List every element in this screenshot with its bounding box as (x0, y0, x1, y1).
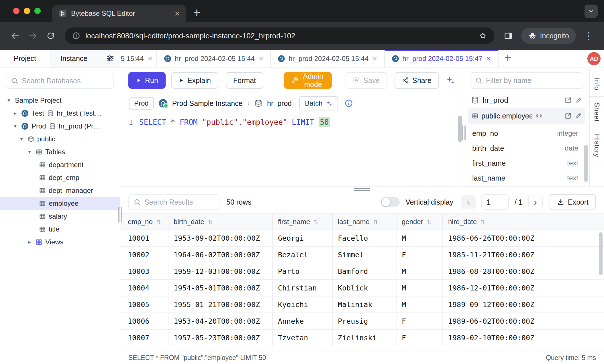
editor-tab-4[interactable]: hr_prod 2024-02-05 15:47× (385, 50, 499, 68)
new-tab-button[interactable]: + (193, 6, 201, 19)
tree-item-department[interactable]: department (0, 158, 120, 171)
toggle-knob (382, 198, 390, 206)
column-header-last_name[interactable]: last_name (333, 214, 397, 230)
new-query-tab-button[interactable]: + (504, 52, 511, 64)
run-button[interactable]: Run (128, 72, 166, 89)
external-link-icon[interactable] (564, 96, 572, 104)
panel-tab-history[interactable]: History (590, 128, 604, 164)
database-name[interactable]: hr_prod (267, 99, 292, 108)
minimize-window-button[interactable] (24, 8, 30, 14)
ai-sparkles-icon[interactable] (445, 75, 456, 86)
explain-button[interactable]: Explain (171, 72, 218, 89)
external-link-icon[interactable] (564, 112, 572, 120)
batch-button[interactable]: Batch (299, 96, 338, 110)
forward-button[interactable] (25, 28, 41, 43)
column-header-birth_date[interactable]: birth_date (168, 214, 273, 230)
column-row-emp_no[interactable]: emp_nointeger (472, 126, 582, 141)
panel-resize-handle[interactable] (462, 125, 466, 140)
database-search-input[interactable] (22, 77, 109, 85)
edit-icon[interactable] (575, 97, 582, 104)
tree-item-employee[interactable]: employee (0, 197, 120, 210)
sidebar-resize-handle[interactable] (118, 207, 122, 223)
column-header-hire_date[interactable]: hire_date (443, 214, 549, 230)
instance-name[interactable]: Prod Sample Instance (172, 99, 243, 108)
next-page-button[interactable]: › (528, 195, 543, 209)
browser-tab[interactable]: Bytebase SQL Editor × (52, 5, 186, 22)
chevron-down-icon: ▾ (12, 123, 18, 129)
tree-item-salary[interactable]: salary (0, 210, 120, 223)
panel-tab-sheet[interactable]: Sheet (590, 97, 604, 128)
results-search[interactable] (128, 194, 219, 210)
environment-badge[interactable]: Prod (129, 97, 154, 110)
close-tab-icon[interactable]: × (372, 55, 377, 63)
admin-mode-button[interactable]: Admin mode (284, 72, 332, 89)
tab-search-button[interactable] (585, 5, 598, 18)
database-search[interactable] (6, 73, 114, 89)
panel-database-row[interactable]: hr_prod (464, 92, 589, 108)
side-panel-button[interactable] (501, 28, 516, 43)
back-button[interactable] (7, 28, 23, 43)
code-icon[interactable] (535, 112, 543, 120)
table-scrollbar[interactable] (599, 232, 603, 275)
pane-splitter[interactable] (120, 186, 604, 191)
page-number-input[interactable] (487, 198, 504, 206)
tree-item-dept-emp[interactable]: dept_emp (0, 171, 120, 184)
column-header-gender[interactable]: gender (397, 214, 443, 230)
panel-database-name: hr_prod (483, 96, 508, 105)
cell-filler (549, 330, 604, 346)
sql-editor[interactable]: 1 SELECT * FROM "public"."employee" LIMI… (120, 114, 464, 186)
column-header-emp_no[interactable]: emp_no (120, 214, 168, 230)
tree-item-views[interactable]: ▸Views (0, 236, 120, 248)
splitter-handle-icon[interactable] (354, 188, 370, 191)
tree-item-test[interactable]: ▸Testhr_test (Test… (0, 107, 120, 120)
close-tab-icon[interactable]: × (148, 55, 152, 63)
tree-item-prod[interactable]: ▾Prodhr_prod (Pr… (0, 120, 120, 132)
info-icon[interactable] (344, 99, 353, 108)
bookmark-star-icon[interactable] (479, 32, 487, 40)
column-row-birth_date[interactable]: birth_datedate (472, 141, 582, 156)
panel-tab-info[interactable]: Info (590, 72, 604, 97)
table-icon (39, 161, 46, 168)
cell-filler (549, 230, 604, 246)
filter-box[interactable] (470, 72, 583, 89)
reload-button[interactable] (43, 28, 58, 43)
format-button[interactable]: Format (226, 72, 263, 89)
edit-icon[interactable] (575, 112, 582, 119)
vertical-display-toggle[interactable] (381, 197, 400, 207)
results-search-input[interactable] (144, 198, 214, 206)
tree-item-public[interactable]: ▾public (0, 132, 120, 145)
share-button[interactable]: Share (395, 72, 439, 89)
instance-status (158, 99, 168, 108)
editor-tab-2[interactable]: hr_prod 2024-02-05 15:44× (157, 50, 271, 68)
close-tab-icon[interactable]: × (174, 9, 180, 18)
close-tab-icon[interactable]: × (486, 55, 491, 63)
connection-breadcrumb: Prod Prod Sample Instance › hr_prod Batc… (120, 93, 464, 114)
url-bar[interactable]: localhost:8080/sql-editor/prod-sample-in… (65, 27, 494, 44)
zoom-window-button[interactable] (34, 8, 41, 14)
avatar[interactable]: AD (587, 52, 601, 65)
panel-table-row[interactable]: public.employee (468, 108, 585, 124)
sidebar-settings-icon[interactable] (106, 54, 115, 63)
page-number-field[interactable] (481, 194, 509, 210)
filter-by-name-input[interactable] (486, 76, 578, 85)
close-tab-icon[interactable]: × (259, 55, 263, 63)
tab-instance[interactable]: Instance (50, 50, 97, 67)
tree-item-title[interactable]: title (0, 223, 120, 236)
column-row-last_name[interactable]: last_nametext (472, 171, 582, 185)
panel-scrollbar[interactable] (584, 145, 588, 182)
prev-page-button[interactable]: ‹ (461, 195, 476, 209)
editor-tab-3[interactable]: hr_prod 2024-02-05 15:44× (271, 50, 385, 68)
site-info-icon[interactable] (72, 32, 80, 40)
column-header-first_name[interactable]: first_name (273, 214, 333, 230)
browser-menu-button[interactable]: ⋮ (581, 28, 597, 43)
column-row-first_name[interactable]: first_nametext (472, 156, 582, 171)
save-button[interactable]: Save (346, 72, 387, 89)
tree-item-sample-project[interactable]: ▾Sample Project (0, 94, 120, 107)
export-button[interactable]: Export (550, 194, 596, 210)
editor-tab-1[interactable]: 5 15:44× (120, 50, 157, 68)
tree-item-tables[interactable]: ▾Tables (0, 145, 120, 158)
editor-scrollbar[interactable] (458, 116, 462, 142)
tree-item-dept-manager[interactable]: dept_manager (0, 184, 120, 197)
close-window-button[interactable] (13, 8, 19, 14)
tab-project[interactable]: Project (0, 50, 50, 67)
